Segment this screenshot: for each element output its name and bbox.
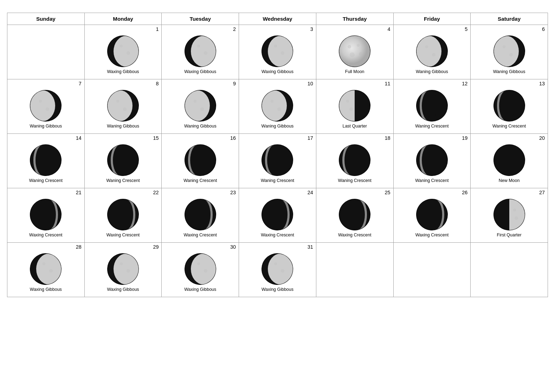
moon-image [493, 199, 525, 230]
moon-image [416, 199, 448, 230]
svg-point-115 [513, 209, 516, 211]
moon-image [262, 144, 293, 176]
calendar-cell: 1 Waxing Gibbous [84, 25, 162, 79]
moon-phase-container: Waxing Crescent [163, 195, 237, 240]
day-number: 20 [472, 135, 546, 141]
moon-image [339, 199, 370, 230]
moon-image [107, 199, 139, 230]
moon-phase-label: Waning Gibbous [107, 124, 139, 129]
day-number: 15 [86, 135, 160, 141]
weekday-header: Tuesday [162, 13, 239, 25]
svg-point-107 [349, 199, 365, 230]
calendar-cell: 31 Waxing Gibbous [239, 243, 316, 297]
svg-point-48 [271, 100, 273, 103]
svg-point-86 [422, 145, 437, 176]
day-number: 18 [318, 135, 392, 141]
moon-phase-label: Last Quarter [343, 124, 367, 129]
moon-phase-label: Waxing Gibbous [107, 69, 139, 74]
moon-phase-label: Waning Gibbous [184, 124, 217, 129]
svg-point-12 [268, 36, 293, 67]
moon-phase-container: Waning Crescent [163, 141, 237, 185]
calendar-cell: 26 Waxing Crescent [393, 188, 471, 243]
moon-phase-container: Waning Crescent [395, 141, 469, 185]
moon-phase-label: Waning Crescent [492, 124, 526, 129]
svg-point-136 [281, 269, 284, 273]
calendar-cell: 7 Waning Gibbous [7, 79, 85, 134]
moon-phase-label: First Quarter [497, 233, 522, 237]
svg-point-116 [515, 216, 518, 220]
day-number: 6 [472, 26, 546, 32]
calendar-cell: 30 Waxing Gibbous [162, 243, 239, 297]
svg-point-7 [191, 36, 216, 67]
svg-point-29 [509, 53, 513, 57]
svg-point-27 [493, 36, 519, 67]
moon-phase-label: New Moon [499, 178, 520, 183]
moon-image [493, 35, 525, 67]
day-number: 22 [86, 190, 160, 195]
moon-phase-label: Waxing Crescent [338, 233, 371, 237]
moon-image [185, 144, 216, 176]
moon-phase-label: Waxing Crescent [107, 233, 140, 237]
calendar-cell: 15 Waning Crescent [84, 134, 162, 188]
calendar-cell: 21 Waxing Crescent [7, 188, 85, 243]
moon-phase-label: Waxing Gibbous [262, 287, 293, 292]
calendar-cell: 25 Waxing Crescent [316, 188, 393, 243]
moon-phase-label: Waxing Gibbous [262, 69, 293, 74]
calendar-cell [316, 243, 393, 297]
calendar-cell: 2 Waxing Gibbous [162, 25, 239, 79]
weekday-header: Saturday [471, 13, 548, 25]
svg-point-2 [114, 36, 139, 67]
moon-phase-container: Waning Crescent [318, 141, 392, 185]
day-number: 25 [318, 190, 392, 195]
moon-phase-container: Waning Gibbous [395, 32, 469, 76]
moon-phase-label: Waxing Crescent [184, 233, 217, 237]
moon-image [30, 90, 62, 122]
day-number: 30 [163, 244, 237, 250]
moon-image [493, 144, 525, 176]
svg-rect-52 [339, 90, 355, 121]
moon-image [107, 90, 139, 122]
day-number: 17 [240, 135, 315, 141]
svg-point-95 [118, 199, 133, 230]
svg-point-54 [349, 107, 353, 111]
moon-phase-container: New Moon [472, 141, 546, 185]
calendar-cell: 16 Waning Crescent [162, 134, 239, 188]
day-number: 9 [163, 81, 237, 86]
moon-image [262, 35, 293, 67]
svg-point-103 [272, 199, 288, 230]
day-number: 14 [9, 135, 83, 141]
day-number: 28 [9, 244, 83, 250]
svg-point-62 [499, 90, 515, 121]
svg-point-43 [194, 100, 196, 103]
calendar-cell: 23 Waxing Crescent [162, 188, 239, 243]
svg-point-53 [346, 100, 349, 103]
svg-point-38 [116, 100, 119, 103]
svg-point-4 [127, 51, 130, 55]
moon-phase-container: Waxing Gibbous [240, 250, 315, 294]
moon-image [493, 90, 525, 122]
moon-image [30, 199, 62, 230]
weekday-header: Monday [84, 13, 162, 25]
day-number: 21 [9, 190, 83, 195]
moon-phase-label: Waxing Gibbous [107, 287, 139, 292]
svg-point-8 [197, 45, 200, 47]
svg-point-23 [425, 45, 428, 48]
moon-phase-container: Waxing Gibbous [86, 250, 160, 294]
svg-point-78 [267, 145, 283, 176]
moon-phase-container: Waning Crescent [86, 141, 160, 185]
svg-point-120 [43, 262, 45, 265]
moon-image [185, 253, 216, 285]
svg-point-28 [503, 45, 505, 48]
svg-point-18 [350, 52, 355, 57]
moon-phase-container: Full Moon [318, 32, 392, 76]
svg-point-135 [274, 262, 277, 265]
svg-point-9 [204, 51, 207, 55]
moon-phase-container: Waxing Gibbous [163, 32, 237, 76]
day-number: 23 [163, 190, 237, 195]
moon-phase-container: First Quarter [472, 195, 546, 240]
calendar-cell [7, 25, 85, 79]
moon-image [262, 90, 293, 122]
moon-phase-label: Waning Crescent [29, 178, 63, 183]
svg-point-129 [191, 254, 216, 285]
svg-point-37 [107, 90, 133, 121]
